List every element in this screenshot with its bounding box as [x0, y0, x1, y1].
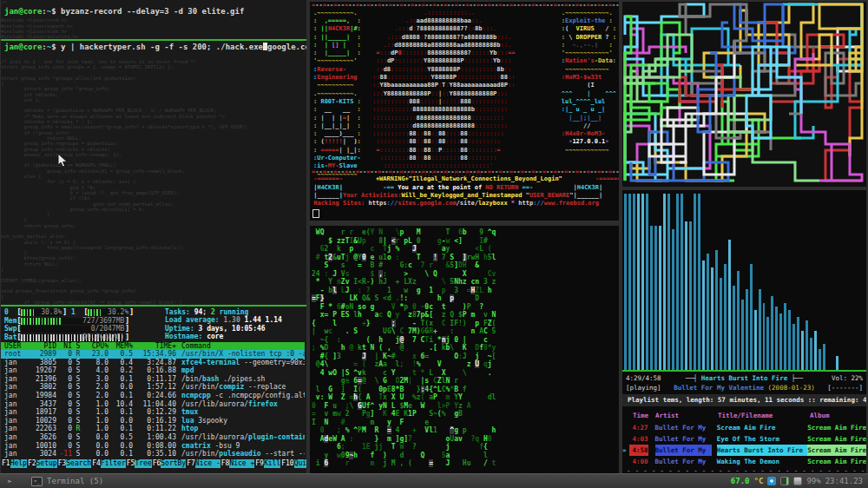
track-elapsed-time: 4:29/4:58 [626, 373, 671, 383]
htop-process-row[interactable]: jan3024-11S0.00.10:35.10/usr/bin/pulseau… [4, 450, 305, 458]
now-playing-status: 4:29/4:58 ──┤ Hearts Burst Into Fire ├──… [622, 372, 866, 392]
htop-process-row[interactable]: jan189170S1.00.10:12.29tmux [4, 408, 305, 417]
clock: 23:41.23 [825, 477, 863, 485]
audio-visualizer-pane [622, 190, 866, 370]
playlist-track-row[interactable]: 4:00Bullet For MyWaking The DemonScream … [622, 456, 866, 467]
warning-banner: -======- +WARNING+"Illegal_Network_Conne… [310, 175, 619, 208]
now-playing-artist: Bullet For My Valentine [674, 384, 764, 392]
mouse-cursor [57, 153, 68, 172]
htop-process-row[interactable]: jan34370S1.010.411:04.40/usr/lib/aurora/… [4, 400, 305, 409]
terminal-icon: >_ [31, 477, 43, 486]
art-border-top: =--=--=--=--=--=--=--=--=--=--=--=--=--=… [310, 2, 619, 10]
cpu-temperature: 67.0 [731, 477, 750, 485]
volume-tray-icon[interactable] [780, 477, 789, 485]
pointer-icon[interactable]: ➣ [7, 477, 12, 486]
network-tray-icon[interactable] [767, 477, 776, 485]
taskbar-button-label: Terminal (5) [47, 477, 103, 485]
htop-fkey-tree[interactable]: F5Tree [126, 459, 152, 468]
htop-process-row[interactable]: jan38050S8.00.43:24.87xfce4-terminal --g… [4, 359, 305, 367]
dim-code-includes: #include <linux/cred.h> #include <linux/… [1, 17, 306, 39]
htop-meters: 0 [30.8%] 1 [30.2%] Mem[727/3697MB] Swp[… [4, 308, 305, 341]
htop-process-row[interactable]: jan100290S1.00.00:16.19lua 3spooky [4, 417, 305, 425]
htop-process-row[interactable]: jan36260S0.00.51:00.43/usr/lib/aurora/pl… [4, 433, 305, 442]
htop-process-row[interactable]: jan100100S0.00.00:08.00cmatrix -bsu 9 [4, 442, 305, 451]
art-skull-center: .:::::::::::.. .::aad888888888baa::. .::… [372, 10, 515, 179]
pipes-screensaver-window[interactable] [622, 2, 866, 187]
cmatrix-window[interactable]: WQ r r e(Y N \p M T 6b 9 ^q $ zzTI&Up 8|… [310, 226, 619, 473]
command-1: byzanz-record --delay=3 -d 30 elite.gif [61, 7, 244, 16]
progress-indicator: [-------] [818, 383, 863, 392]
cmatrix-output: WQ r r e(Y N \p M T 6b 9 ^q $ zzTI&Up 8|… [310, 226, 619, 471]
htop-pane[interactable]: 0 [30.8%] 1 [30.2%] Mem[727/3697MB] Swp[… [1, 307, 306, 468]
htop-fkey-filter[interactable]: F4Filter [91, 459, 126, 468]
hackertyper-kernel-code: /* init to 2 - one for init_task, one to… [1, 53, 306, 305]
htop-fkey-quit[interactable]: F10Quit [280, 459, 306, 468]
terminal-cursor-hollow [312, 209, 319, 218]
playlist-track-row[interactable]: 4:27Bullet For MyScream Aim FireScream A… [622, 422, 866, 433]
playlist-stats-line: Playlist tems, length: 57 minutes, 11 se… [622, 394, 866, 406]
htop-fkey-nice[interactable]: F7Nice - [186, 459, 220, 468]
htop-fkey-kill[interactable]: F9Kill [254, 459, 280, 468]
taskbar: ➣ >_ Terminal (5) 67.0 °C 99% 23:41.23 [0, 473, 868, 488]
playlist-track-row[interactable]: 4:03Bullet For MyEye Of The StormScream … [622, 433, 866, 445]
now-playing-date: (2008-01-23) [768, 384, 815, 392]
command-2: y | hackertyper.sh -g -f -s 200; ./hack.… [61, 43, 263, 51]
skull-ascii-art: .~~~~~~~~~~.: ,=====, :: ||H4CK3R|#:: ||… [310, 10, 619, 168]
hacker-ascii-art-window[interactable]: =--=--=--=--=--=--=--=--=--=--=--=--=--=… [310, 2, 619, 221]
art-right-boxes: .~~~~~~~~~~~~.:Exploit-the ::( VIRUS / :… [562, 10, 616, 155]
htop-column-header[interactable]: USERPIDNISCPU%MEM%TIME+Command [1, 342, 305, 351]
audio-visualizer-bars [624, 192, 866, 370]
htop-process-row[interactable]: jan213960S3.00.10:11.17/bin/bash ./pipes… [4, 375, 305, 384]
htop-process-row[interactable]: root29890R23.00.515:34.96/usr/bin/X -nol… [1, 350, 305, 359]
music-player-window[interactable]: 4:29/4:58 ──┤ Hearts Burst Into Fire ├──… [622, 190, 866, 473]
htop-process-row[interactable]: jan199840S2.00.10:24.66ncmpcpp -c .ncmpc… [4, 392, 305, 400]
htop-fkey-setup[interactable]: F2Setup [27, 459, 57, 468]
playlist-end-dashed-line: - - - - - - - - - - - - - - - - - - - - … [622, 467, 866, 473]
playlist-column-header[interactable]: Time Artist Title/Filename Album [622, 409, 866, 422]
taskbar-button-terminal[interactable]: >_ Terminal (5) [26, 476, 108, 487]
htop-fkey-search[interactable]: F3Search [57, 459, 92, 468]
htop-summary: Tasks: 94; 2 runningLoad average: 1.30 1… [165, 308, 305, 341]
htop-process-row[interactable]: jan222630R1.00.10:11.22htop [4, 425, 305, 433]
tmux-pane-top[interactable]: /* jan@core:~$ byzanz-record --delay=3 -… [1, 0, 306, 39]
now-playing-title: Hearts Burst Into Fire [701, 374, 787, 382]
playlist: 4:27Bullet For MyScream Aim FireScream A… [622, 422, 866, 467]
battery-percentage: 99% [806, 477, 820, 485]
pipes-drawing [622, 2, 866, 187]
art-left-boxes: .~~~~~~~~~~.: ,=====, :: ||H4CK3R|#:: ||… [313, 10, 361, 179]
htop-process-row[interactable]: jan192670S4.00.20:16.88mpd [4, 366, 305, 375]
htop-fkey-sortby[interactable]: F6SortBy [152, 459, 187, 468]
htop-process-row[interactable]: jan38020S2.00.01:57.12/usr/bin/compiz --… [4, 383, 305, 392]
shell-prompt-line-1: jan@core:~$ byzanz-record --delay=3 -d 3… [1, 5, 306, 17]
htop-fkey-help[interactable]: F1Help [1, 459, 27, 468]
playlist-track-row[interactable]: »4:58Bullet For MyHearts Burst Into Fire… [622, 445, 866, 456]
terminal-window-tmux[interactable]: /* jan@core:~$ byzanz-record --delay=3 -… [1, 0, 306, 473]
system-tray: 67.0 °C 99% 23:41.23 [731, 477, 863, 485]
player-state: [playing] [626, 383, 671, 392]
htop-function-key-bar: F1HelpF2SetupF3SearchF4FilterF5TreeF6Sor… [1, 459, 305, 468]
volume-indicator: Vol: 22% [818, 373, 863, 383]
screenshot-tray-icon[interactable] [793, 477, 802, 485]
tmux-pane-middle[interactable]: jan@core:~$ y | hackertyper.sh -g -f -s … [1, 41, 306, 305]
shell-prompt-line-2: jan@core:~$ y | hackertyper.sh -g -f -s … [1, 41, 306, 53]
temperature-unit: °C [754, 477, 764, 485]
htop-fkey-nice[interactable]: F8Nice + [220, 459, 255, 468]
